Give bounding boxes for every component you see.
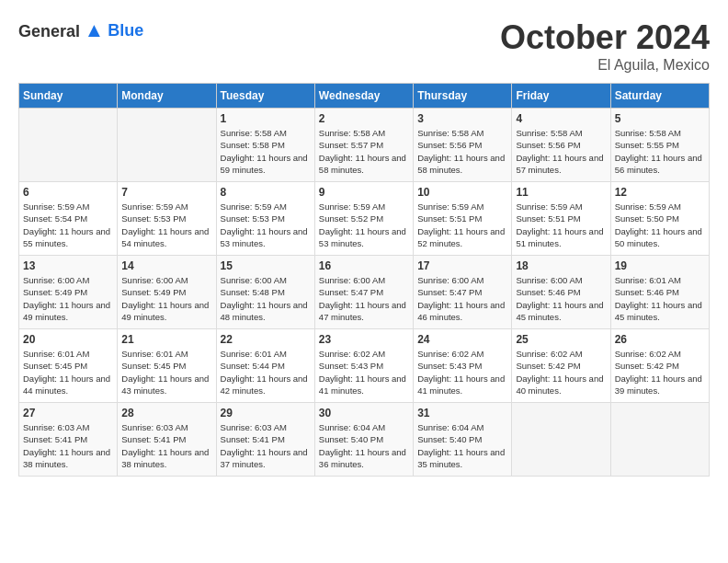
week-row-3: 13Sunrise: 6:00 AM Sunset: 5:49 PM Dayli…	[19, 256, 710, 329]
day-number: 20	[23, 333, 113, 346]
day-cell: 26Sunrise: 6:02 AM Sunset: 5:42 PM Dayli…	[610, 329, 709, 403]
day-cell: 16Sunrise: 6:00 AM Sunset: 5:47 PM Dayli…	[314, 256, 413, 329]
day-info: Sunrise: 5:59 AM Sunset: 5:53 PM Dayligh…	[121, 201, 211, 249]
title-area: October 2024 El Aguila, Mexico	[500, 18, 710, 74]
day-cell: 8Sunrise: 5:59 AM Sunset: 5:53 PM Daylig…	[216, 182, 314, 256]
day-info: Sunrise: 6:01 AM Sunset: 5:46 PM Dayligh…	[615, 274, 705, 323]
weekday-header-sunday: Sunday	[19, 84, 118, 109]
day-cell: 13Sunrise: 6:00 AM Sunset: 5:49 PM Dayli…	[19, 256, 118, 329]
day-info: Sunrise: 5:59 AM Sunset: 5:51 PM Dayligh…	[417, 201, 507, 249]
day-info: Sunrise: 6:00 AM Sunset: 5:49 PM Dayligh…	[121, 274, 211, 323]
day-number: 25	[516, 333, 606, 346]
weekday-header-wednesday: Wednesday	[314, 84, 413, 109]
day-number: 5	[615, 112, 705, 125]
calendar-header: SundayMondayTuesdayWednesdayThursdayFrid…	[19, 84, 710, 109]
day-cell: 5Sunrise: 5:58 AM Sunset: 5:55 PM Daylig…	[610, 109, 709, 182]
day-info: Sunrise: 6:00 AM Sunset: 5:48 PM Dayligh…	[221, 274, 311, 323]
day-number: 23	[319, 333, 409, 346]
weekday-header-monday: Monday	[118, 84, 216, 109]
day-info: Sunrise: 6:04 AM Sunset: 5:40 PM Dayligh…	[417, 421, 507, 470]
day-cell: 2Sunrise: 5:58 AM Sunset: 5:57 PM Daylig…	[314, 109, 413, 182]
day-number: 9	[319, 186, 409, 199]
calendar-title: October 2024	[500, 18, 710, 57]
day-cell: 12Sunrise: 5:59 AM Sunset: 5:50 PM Dayli…	[610, 182, 709, 256]
day-cell: 7Sunrise: 5:59 AM Sunset: 5:53 PM Daylig…	[118, 182, 216, 256]
day-number: 1	[221, 112, 311, 125]
day-info: Sunrise: 6:02 AM Sunset: 5:42 PM Dayligh…	[516, 348, 606, 396]
day-cell: 31Sunrise: 6:04 AM Sunset: 5:40 PM Dayli…	[414, 403, 512, 477]
calendar-subtitle: El Aguila, Mexico	[500, 57, 710, 74]
day-number: 21	[121, 333, 211, 346]
day-info: Sunrise: 5:59 AM Sunset: 5:52 PM Dayligh…	[319, 201, 409, 249]
weekday-header-tuesday: Tuesday	[216, 84, 314, 109]
day-number: 17	[417, 259, 507, 272]
logo-bird-icon: ▲	[85, 18, 105, 41]
week-row-4: 20Sunrise: 6:01 AM Sunset: 5:45 PM Dayli…	[19, 329, 710, 403]
week-row-1: 1Sunrise: 5:58 AM Sunset: 5:58 PM Daylig…	[19, 109, 710, 182]
day-info: Sunrise: 6:02 AM Sunset: 5:43 PM Dayligh…	[417, 348, 507, 396]
day-info: Sunrise: 6:03 AM Sunset: 5:41 PM Dayligh…	[221, 421, 311, 470]
day-cell: 18Sunrise: 6:00 AM Sunset: 5:46 PM Dayli…	[512, 256, 610, 329]
day-number: 14	[121, 259, 211, 272]
week-row-5: 27Sunrise: 6:03 AM Sunset: 5:41 PM Dayli…	[19, 403, 710, 477]
header: General ▲ Blue October 2024 El Aguila, M…	[18, 18, 710, 74]
weekday-header-saturday: Saturday	[610, 84, 709, 109]
day-number: 19	[615, 259, 705, 272]
day-cell: 28Sunrise: 6:03 AM Sunset: 5:41 PM Dayli…	[118, 403, 216, 477]
day-info: Sunrise: 6:01 AM Sunset: 5:45 PM Dayligh…	[23, 348, 113, 396]
day-cell: 20Sunrise: 6:01 AM Sunset: 5:45 PM Dayli…	[19, 329, 118, 403]
day-cell	[118, 109, 216, 182]
day-cell: 27Sunrise: 6:03 AM Sunset: 5:41 PM Dayli…	[19, 403, 118, 477]
day-number: 4	[516, 112, 606, 125]
day-number: 16	[319, 259, 409, 272]
day-number: 24	[417, 333, 507, 346]
day-cell	[19, 109, 118, 182]
day-info: Sunrise: 6:00 AM Sunset: 5:46 PM Dayligh…	[516, 274, 606, 323]
logo: General ▲ Blue	[18, 18, 143, 42]
day-cell: 9Sunrise: 5:59 AM Sunset: 5:52 PM Daylig…	[314, 182, 413, 256]
day-info: Sunrise: 5:58 AM Sunset: 5:55 PM Dayligh…	[615, 127, 705, 176]
day-number: 7	[121, 186, 211, 199]
day-info: Sunrise: 5:59 AM Sunset: 5:54 PM Dayligh…	[23, 201, 113, 249]
day-cell: 22Sunrise: 6:01 AM Sunset: 5:44 PM Dayli…	[216, 329, 314, 403]
day-number: 8	[221, 186, 311, 199]
day-number: 10	[417, 186, 507, 199]
day-info: Sunrise: 6:00 AM Sunset: 5:47 PM Dayligh…	[417, 274, 507, 323]
day-info: Sunrise: 6:03 AM Sunset: 5:41 PM Dayligh…	[121, 421, 211, 470]
day-info: Sunrise: 5:59 AM Sunset: 5:51 PM Dayligh…	[516, 201, 606, 249]
day-info: Sunrise: 5:58 AM Sunset: 5:56 PM Dayligh…	[516, 127, 606, 176]
day-cell: 19Sunrise: 6:01 AM Sunset: 5:46 PM Dayli…	[610, 256, 709, 329]
day-number: 31	[417, 407, 507, 419]
day-cell: 25Sunrise: 6:02 AM Sunset: 5:42 PM Dayli…	[512, 329, 610, 403]
day-cell: 4Sunrise: 5:58 AM Sunset: 5:56 PM Daylig…	[512, 109, 610, 182]
day-cell: 23Sunrise: 6:02 AM Sunset: 5:43 PM Dayli…	[314, 329, 413, 403]
calendar-body: 1Sunrise: 5:58 AM Sunset: 5:58 PM Daylig…	[19, 109, 710, 477]
day-info: Sunrise: 5:58 AM Sunset: 5:57 PM Dayligh…	[319, 127, 409, 176]
day-number: 28	[121, 407, 211, 419]
day-info: Sunrise: 5:58 AM Sunset: 5:56 PM Dayligh…	[417, 127, 507, 176]
day-info: Sunrise: 6:02 AM Sunset: 5:42 PM Dayligh…	[615, 348, 705, 396]
calendar-table: SundayMondayTuesdayWednesdayThursdayFrid…	[18, 83, 710, 477]
day-info: Sunrise: 5:59 AM Sunset: 5:50 PM Dayligh…	[615, 201, 705, 249]
day-cell: 3Sunrise: 5:58 AM Sunset: 5:56 PM Daylig…	[414, 109, 512, 182]
day-info: Sunrise: 5:59 AM Sunset: 5:53 PM Dayligh…	[221, 201, 311, 249]
day-cell: 15Sunrise: 6:00 AM Sunset: 5:48 PM Dayli…	[216, 256, 314, 329]
day-number: 2	[319, 112, 409, 125]
day-info: Sunrise: 6:04 AM Sunset: 5:40 PM Dayligh…	[319, 421, 409, 470]
day-cell	[512, 403, 610, 477]
weekday-header-thursday: Thursday	[414, 84, 512, 109]
day-cell: 11Sunrise: 5:59 AM Sunset: 5:51 PM Dayli…	[512, 182, 610, 256]
day-cell: 29Sunrise: 6:03 AM Sunset: 5:41 PM Dayli…	[216, 403, 314, 477]
day-info: Sunrise: 6:03 AM Sunset: 5:41 PM Dayligh…	[23, 421, 113, 470]
week-row-2: 6Sunrise: 5:59 AM Sunset: 5:54 PM Daylig…	[19, 182, 710, 256]
logo-blue: Blue	[108, 21, 143, 40]
day-number: 26	[615, 333, 705, 346]
day-cell: 24Sunrise: 6:02 AM Sunset: 5:43 PM Dayli…	[414, 329, 512, 403]
day-number: 12	[615, 186, 705, 199]
logo-general: General	[18, 22, 80, 40]
day-cell: 17Sunrise: 6:00 AM Sunset: 5:47 PM Dayli…	[414, 256, 512, 329]
day-cell: 30Sunrise: 6:04 AM Sunset: 5:40 PM Dayli…	[314, 403, 413, 477]
day-info: Sunrise: 6:01 AM Sunset: 5:45 PM Dayligh…	[121, 348, 211, 396]
day-cell: 10Sunrise: 5:59 AM Sunset: 5:51 PM Dayli…	[414, 182, 512, 256]
day-info: Sunrise: 6:02 AM Sunset: 5:43 PM Dayligh…	[319, 348, 409, 396]
